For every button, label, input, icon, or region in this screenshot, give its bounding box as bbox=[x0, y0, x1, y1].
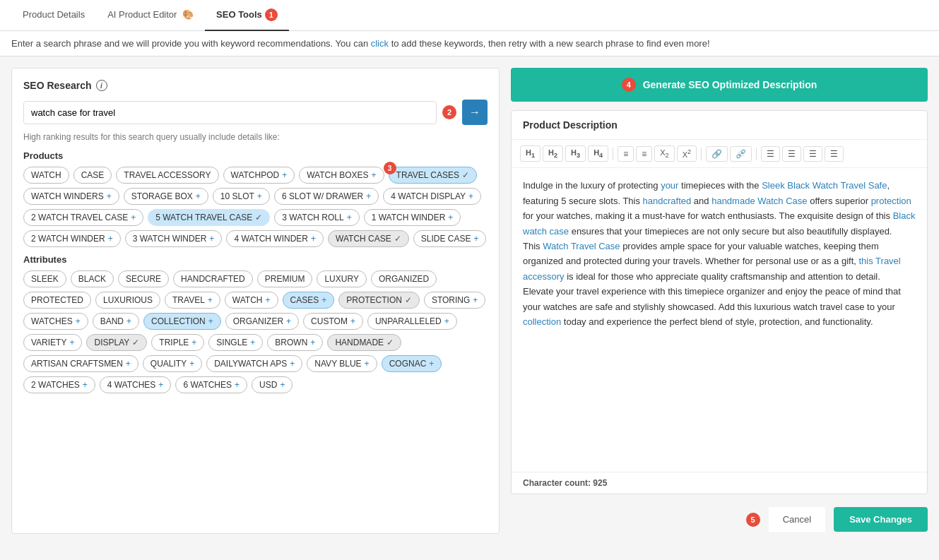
tag-unparalleled[interactable]: UNPARALLELED + bbox=[367, 313, 457, 330]
tag-4-watches[interactable]: 4 WATCHES + bbox=[100, 376, 172, 393]
left-panel: SEO Research i 2 → High ranking results … bbox=[11, 68, 500, 534]
tag-cases[interactable]: CASES + bbox=[283, 292, 335, 309]
cancel-button[interactable]: Cancel bbox=[769, 507, 825, 532]
info-icon[interactable]: i bbox=[96, 80, 107, 91]
generate-seo-button[interactable]: 4 Generate SEO Optimized Description bbox=[511, 68, 928, 102]
tag-watch-attr[interactable]: WATCH + bbox=[225, 292, 278, 309]
right-panel: 4 Generate SEO Optimized Description Pro… bbox=[511, 68, 928, 535]
tag-2-watch-winder[interactable]: 2 WATCH WINDER + bbox=[23, 230, 121, 247]
products-label: Products bbox=[23, 150, 488, 161]
step5-badge: 5 bbox=[746, 513, 760, 527]
tag-usd[interactable]: USD + bbox=[252, 376, 293, 393]
attributes-section: Attributes SLEEK BLACK SECURE HANDCRAFTE… bbox=[23, 254, 488, 393]
tag-brown[interactable]: BROWN + bbox=[267, 334, 323, 351]
product-tags: WATCH CASE TRAVEL ACCESSORY WATCHPOD + W… bbox=[23, 167, 488, 247]
toolbar-link[interactable]: 🔗 bbox=[706, 146, 728, 162]
tag-luxury[interactable]: LUXURY bbox=[317, 270, 366, 287]
tag-storing[interactable]: STORING + bbox=[424, 292, 485, 309]
tag-protected[interactable]: PROTECTED bbox=[23, 292, 91, 309]
tag-triple[interactable]: TRIPLE + bbox=[151, 334, 204, 351]
save-changes-button[interactable]: Save Changes bbox=[834, 507, 928, 532]
bottom-actions: 5 Cancel Save Changes bbox=[511, 503, 928, 535]
toolbar-align-right[interactable]: ☰ bbox=[803, 146, 822, 162]
tag-cognac[interactable]: COGNAC + bbox=[382, 355, 442, 372]
tag-3-watch-roll[interactable]: 3 WATCH ROLL + bbox=[274, 209, 359, 226]
tag-case[interactable]: CASE bbox=[73, 167, 112, 184]
tag-5-watch-travel-case[interactable]: 5 WATCH TRAVEL CASE ✓ bbox=[148, 209, 270, 226]
search-button[interactable]: → bbox=[462, 100, 488, 125]
tab-seo-badge: 1 bbox=[265, 8, 278, 21]
tag-secure[interactable]: SECURE bbox=[118, 270, 169, 287]
toolbar-align-left[interactable]: ☰ bbox=[761, 146, 780, 162]
toolbar-h1[interactable]: H1 bbox=[520, 145, 541, 162]
tag-display[interactable]: DISPLAY ✓ bbox=[86, 334, 147, 351]
tag-dailywatch-aps[interactable]: DAILYWATCH APS + bbox=[206, 355, 302, 372]
tag-slide-case[interactable]: SLIDE CASE + bbox=[413, 230, 487, 247]
tag-10-slot[interactable]: 10 SLOT + bbox=[213, 188, 270, 205]
tag-luxurious[interactable]: LUXURIOUS bbox=[95, 292, 160, 309]
tab-ai-editor[interactable]: AI Product Editor 🎨 bbox=[96, 1, 205, 30]
tag-artisan-craftsmen[interactable]: ARTISAN CRAFTSMEN + bbox=[23, 355, 138, 372]
toolbar-unlink[interactable]: ⛓‍💥 bbox=[730, 146, 752, 162]
tag-4-watch-display[interactable]: 4 WATCH DISPLAY + bbox=[383, 188, 481, 205]
toolbar-divider-3 bbox=[756, 148, 757, 160]
tag-travel[interactable]: TRAVEL + bbox=[165, 292, 220, 309]
tag-variety[interactable]: VARIETY + bbox=[23, 334, 82, 351]
tag-band[interactable]: BAND + bbox=[93, 313, 139, 330]
search-input[interactable] bbox=[23, 101, 437, 124]
tab-product-details[interactable]: Product Details bbox=[11, 1, 96, 30]
tag-watches[interactable]: WATCHES + bbox=[23, 313, 88, 330]
tag-watch-winders[interactable]: WATCH WINDERS + bbox=[23, 188, 119, 205]
char-count: Character count: 925 bbox=[512, 472, 927, 494]
tag-3-watch-winder[interactable]: 3 WATCH WINDER + bbox=[125, 230, 223, 247]
tag-black[interactable]: BLACK bbox=[71, 270, 114, 287]
seo-research-title: SEO Research bbox=[23, 80, 92, 91]
tag-custom[interactable]: CUSTOM + bbox=[303, 313, 363, 330]
paragraph-2: This Watch Travel Case provides ample sp… bbox=[523, 239, 916, 284]
tag-sleek[interactable]: SLEEK bbox=[23, 270, 66, 287]
toolbar-ol[interactable]: ≡ bbox=[636, 146, 652, 162]
toolbar-h3[interactable]: H3 bbox=[565, 145, 586, 162]
tag-travel-accessory[interactable]: TRAVEL ACCESSORY bbox=[116, 167, 218, 184]
toolbar-justify[interactable]: ☰ bbox=[825, 146, 844, 162]
tag-navy-blue[interactable]: NAVY BLUE + bbox=[307, 355, 377, 372]
tag-4-watch-winder[interactable]: 4 WATCH WINDER + bbox=[226, 230, 324, 247]
tag-organized[interactable]: ORGANIZED bbox=[371, 270, 437, 287]
main-layout: SEO Research i 2 → High ranking results … bbox=[0, 56, 939, 546]
tag-organizer[interactable]: ORGANIZER + bbox=[225, 313, 299, 330]
toolbar-ul[interactable]: ≡ bbox=[618, 146, 634, 162]
step3-badge: 3 bbox=[384, 162, 396, 174]
tag-travel-cases[interactable]: 3 TRAVEL CASES ✓ bbox=[389, 167, 477, 184]
tag-collection[interactable]: COLLECTION + bbox=[143, 313, 221, 330]
tag-watchpod[interactable]: WATCHPOD + bbox=[223, 167, 295, 184]
description-panel: Product Description H1 H2 H3 H4 ≡ ≡ X2 X… bbox=[511, 110, 928, 494]
tag-2-watches[interactable]: 2 WATCHES + bbox=[23, 376, 95, 393]
tag-watch-case[interactable]: WATCH CASE ✓ bbox=[328, 230, 409, 247]
toolbar-h2[interactable]: H2 bbox=[543, 145, 563, 162]
tag-watch-boxes[interactable]: WATCH BOXES + bbox=[299, 167, 384, 184]
tag-2-watch-travel-case[interactable]: 2 WATCH TRAVEL CASE + bbox=[23, 209, 143, 226]
tag-watch[interactable]: WATCH bbox=[23, 167, 69, 184]
tag-6-slot-drawer[interactable]: 6 SLOT W/ DRAWER + bbox=[274, 188, 379, 205]
tag-quality[interactable]: QUALITY + bbox=[143, 355, 202, 372]
tag-handmade[interactable]: HANDMADE ✓ bbox=[327, 334, 401, 351]
search-row: 2 → bbox=[23, 100, 488, 125]
toolbar-align-center[interactable]: ☰ bbox=[782, 146, 801, 162]
attribute-tags: SLEEK BLACK SECURE HANDCRAFTED PREMIUM L… bbox=[23, 270, 488, 393]
step2-badge: 2 bbox=[442, 105, 456, 119]
tag-single[interactable]: SINGLE + bbox=[208, 334, 263, 351]
editor-content[interactable]: Indulge in the luxury of protecting your… bbox=[512, 168, 927, 472]
tag-1-watch-winder[interactable]: 1 WATCH WINDER + bbox=[364, 209, 461, 226]
toolbar-superscript[interactable]: X2 bbox=[677, 145, 697, 162]
tag-protection[interactable]: PROTECTION ✓ bbox=[338, 292, 420, 309]
tag-storage-box[interactable]: STORAGE BOX + bbox=[124, 188, 208, 205]
tab-seo-tools[interactable]: SEO Tools 1 bbox=[205, 0, 289, 31]
toolbar-h4[interactable]: H4 bbox=[588, 145, 608, 162]
tag-premium[interactable]: PREMIUM bbox=[257, 270, 313, 287]
tab-seo-tools-label: SEO Tools bbox=[216, 9, 262, 20]
tag-6-watches[interactable]: 6 WATCHES + bbox=[175, 376, 247, 393]
toolbar-subscript[interactable]: X2 bbox=[654, 145, 674, 162]
paragraph-1: Indulge in the luxury of protecting your… bbox=[523, 178, 916, 239]
tag-handcrafted[interactable]: HANDCRAFTED bbox=[173, 270, 253, 287]
info-text: Enter a search phrase and we will provid… bbox=[11, 38, 710, 49]
